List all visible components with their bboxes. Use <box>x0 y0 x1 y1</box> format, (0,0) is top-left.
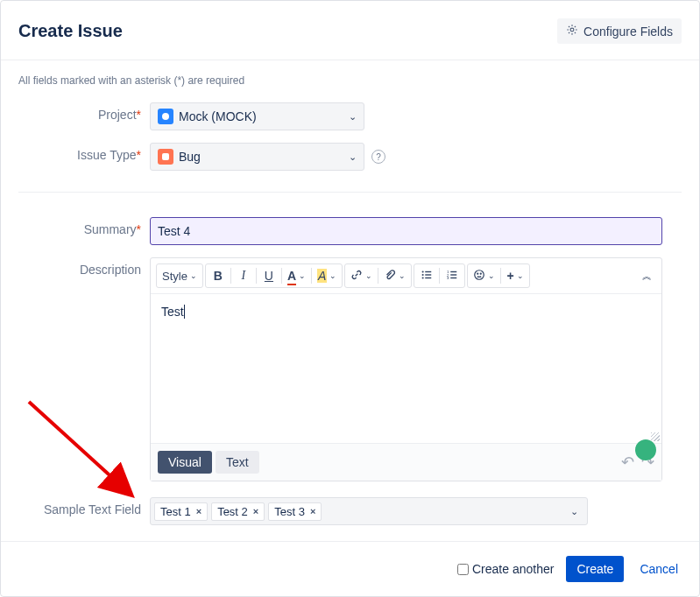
tag-label: Test 1 <box>160 505 191 518</box>
chevron-down-icon: ⌄ <box>399 271 406 280</box>
summary-input[interactable] <box>150 217 662 245</box>
attachment-icon <box>384 269 396 284</box>
cancel-button[interactable]: Cancel <box>636 557 682 581</box>
dialog-footer: Create another Create Cancel <box>1 541 699 596</box>
tag-item: Test 1 × <box>154 502 208 521</box>
undo-button[interactable]: ↶ <box>621 453 634 472</box>
underline-button[interactable]: U <box>257 264 281 287</box>
emoji-button[interactable]: ⌄ <box>468 264 500 287</box>
configure-fields-label: Configure Fields <box>583 25 673 39</box>
svg-point-0 <box>570 28 574 32</box>
project-row: Project* Mock (MOCK) ⌄ <box>18 102 682 130</box>
chevron-down-icon: ⌄ <box>299 271 306 280</box>
create-another-checkbox-wrap[interactable]: Create another <box>457 562 554 576</box>
tag-remove-icon[interactable]: × <box>253 506 258 516</box>
summary-label-text: Summary <box>84 222 137 236</box>
required-asterisk: * <box>137 222 141 236</box>
chevron-down-icon: ⌄ <box>349 111 357 123</box>
editor-tabbar: Visual Text ↶ ↷ <box>151 443 661 481</box>
project-label-text: Project <box>98 108 137 122</box>
editor-textarea[interactable]: Test <box>151 294 661 443</box>
underline-glyph: U <box>265 269 273 283</box>
svg-rect-4 <box>426 270 432 271</box>
insert-more-button[interactable]: + ⌄ <box>501 264 528 287</box>
dialog-body: All fields marked with an asterisk (*) a… <box>1 60 699 541</box>
emoji-icon <box>473 269 485 284</box>
highlight-glyph: A <box>317 269 327 283</box>
description-label: Description <box>18 257 150 277</box>
svg-rect-6 <box>426 277 432 277</box>
sample-text-field-row: Sample Text Field Test 1 × Test 2 × Test… <box>18 497 682 525</box>
gear-icon <box>566 24 578 39</box>
section-divider <box>18 192 682 193</box>
svg-point-3 <box>422 277 424 278</box>
collapse-icon: ︽ <box>642 273 646 278</box>
issue-type-label: Issue Type* <box>18 143 150 162</box>
description-row: Description Style ⌄ B I U <box>18 257 682 481</box>
chevron-down-icon: ⌄ <box>349 151 357 163</box>
collapse-toolbar-button[interactable]: ︽ <box>632 264 656 287</box>
svg-point-14 <box>477 273 478 274</box>
project-select[interactable]: Mock (MOCK) ⌄ <box>150 102 364 130</box>
presence-indicator-icon <box>635 439 656 460</box>
svg-rect-12 <box>451 277 457 277</box>
sample-text-field-label: Sample Text Field <box>18 497 150 516</box>
create-button[interactable]: Create <box>566 556 624 582</box>
editor-toolbar: Style ⌄ B I U A ⌄ <box>151 258 661 294</box>
svg-text:3: 3 <box>447 276 449 280</box>
dialog-title: Create Issue <box>18 21 123 41</box>
tag-remove-icon[interactable]: × <box>196 506 202 516</box>
text-cursor <box>184 305 185 319</box>
tag-remove-icon[interactable]: × <box>310 506 315 516</box>
attachment-button[interactable]: ⌄ <box>378 264 411 287</box>
project-label: Project* <box>18 102 150 122</box>
issue-type-select[interactable]: Bug ⌄ <box>150 143 364 171</box>
configure-fields-button[interactable]: Configure Fields <box>557 18 682 44</box>
required-asterisk: * <box>137 148 141 162</box>
numbered-list-icon: 123 <box>446 269 458 284</box>
svg-point-1 <box>422 270 424 272</box>
style-dropdown[interactable]: Style ⌄ <box>157 264 202 287</box>
create-another-label: Create another <box>472 562 554 576</box>
project-avatar-icon <box>158 109 173 124</box>
project-selected-value: Mock (MOCK) <box>179 109 257 123</box>
plus-icon: + <box>506 269 513 283</box>
resize-handle[interactable] <box>651 432 660 441</box>
numbered-list-button[interactable]: 123 <box>440 264 464 287</box>
highlight-button[interactable]: A ⌄ <box>312 264 342 287</box>
svg-point-15 <box>481 273 482 274</box>
bold-button[interactable]: B <box>206 264 230 287</box>
summary-label: Summary* <box>18 217 150 236</box>
bug-icon <box>158 149 173 165</box>
create-another-checkbox[interactable] <box>457 564 469 575</box>
tab-text[interactable]: Text <box>216 451 259 474</box>
svg-point-13 <box>475 270 484 279</box>
chevron-down-icon: ⌄ <box>190 271 197 280</box>
bullet-list-button[interactable] <box>414 264 439 287</box>
rich-text-editor: Style ⌄ B I U A ⌄ <box>150 257 662 481</box>
style-label: Style <box>162 270 187 283</box>
chevron-down-icon: ⌄ <box>365 271 372 280</box>
issue-type-selected-value: Bug <box>179 150 201 164</box>
svg-rect-11 <box>451 274 457 275</box>
bullet-list-icon <box>421 269 433 284</box>
tag-label: Test 3 <box>274 505 305 518</box>
text-color-glyph: A <box>287 269 296 283</box>
summary-row: Summary* <box>18 217 682 245</box>
svg-rect-5 <box>426 274 432 275</box>
required-note: All fields marked with an asterisk (*) a… <box>18 74 682 87</box>
text-color-button[interactable]: A ⌄ <box>282 264 311 287</box>
svg-rect-10 <box>451 270 457 271</box>
tab-visual[interactable]: Visual <box>158 451 212 474</box>
sample-text-field-input[interactable]: Test 1 × Test 2 × Test 3 × ⌄ <box>150 497 588 525</box>
help-icon[interactable]: ? <box>371 150 385 164</box>
chevron-down-icon: ⌄ <box>517 271 524 280</box>
link-button[interactable]: ⌄ <box>345 264 378 287</box>
italic-button[interactable]: I <box>231 264 256 287</box>
chevron-down-icon: ⌄ <box>488 271 495 280</box>
editor-content: Test <box>161 305 184 319</box>
tag-label: Test 2 <box>217 505 248 518</box>
tag-item: Test 3 × <box>268 502 322 521</box>
create-issue-dialog: Create Issue Configure Fields All fields… <box>0 0 700 597</box>
issue-type-row: Issue Type* Bug ⌄ ? <box>18 143 682 171</box>
